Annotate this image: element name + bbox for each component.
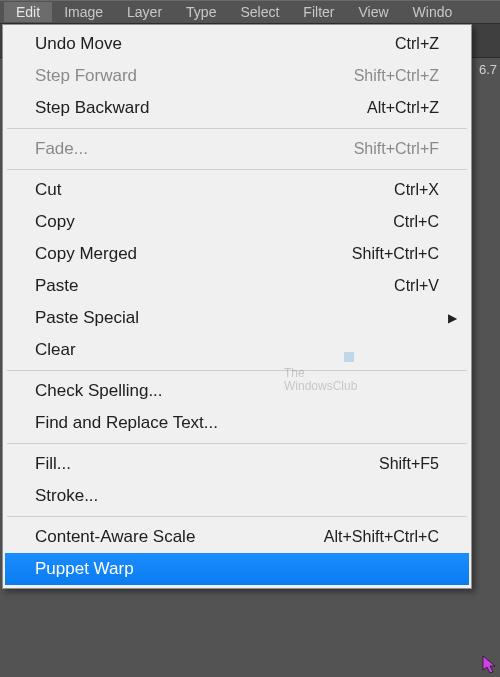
menu-item-shortcut: Shift+Ctrl+F [354,140,439,158]
menu-item-label: Stroke... [35,486,439,506]
menu-item-content-aware-scale[interactable]: Content-Aware ScaleAlt+Shift+Ctrl+C [5,521,469,553]
menu-item-label: Fill... [35,454,379,474]
menu-item-label: Content-Aware Scale [35,527,324,547]
menu-separator [7,169,467,170]
menu-image[interactable]: Image [52,2,115,22]
chevron-right-icon: ▶ [448,311,457,325]
menu-item-shortcut: Ctrl+C [393,213,439,231]
menu-item-undo-move[interactable]: Undo MoveCtrl+Z [5,28,469,60]
cursor-icon [482,655,498,675]
menu-item-label: Clear [35,340,439,360]
menu-item-find-and-replace-text[interactable]: Find and Replace Text... [5,407,469,439]
menu-item-cut[interactable]: CutCtrl+X [5,174,469,206]
menu-separator [7,516,467,517]
menu-item-label: Paste Special [35,308,439,328]
menu-item-label: Undo Move [35,34,395,54]
menu-item-check-spelling[interactable]: Check Spelling... [5,375,469,407]
menu-item-paste-special[interactable]: Paste Special▶ [5,302,469,334]
menu-item-copy[interactable]: CopyCtrl+C [5,206,469,238]
menu-item-shortcut: Shift+Ctrl+Z [354,67,439,85]
menu-windo[interactable]: Windo [401,2,465,22]
menu-filter[interactable]: Filter [291,2,346,22]
menu-item-label: Find and Replace Text... [35,413,439,433]
menu-item-shortcut: Ctrl+X [394,181,439,199]
menu-item-label: Step Forward [35,66,354,86]
menu-layer[interactable]: Layer [115,2,174,22]
menu-item-shortcut: Alt+Ctrl+Z [367,99,439,117]
menu-item-label: Fade... [35,139,354,159]
menu-edit[interactable]: Edit [4,2,52,22]
menu-type[interactable]: Type [174,2,228,22]
menu-separator [7,128,467,129]
menu-item-label: Paste [35,276,394,296]
menu-item-clear[interactable]: Clear [5,334,469,366]
menu-select[interactable]: Select [228,2,291,22]
menu-item-puppet-warp[interactable]: Puppet Warp [5,553,469,585]
menu-item-fade: Fade...Shift+Ctrl+F [5,133,469,165]
menu-separator [7,443,467,444]
menu-item-fill[interactable]: Fill...Shift+F5 [5,448,469,480]
menu-item-label: Cut [35,180,394,200]
menu-item-copy-merged[interactable]: Copy MergedShift+Ctrl+C [5,238,469,270]
menu-item-stroke[interactable]: Stroke... [5,480,469,512]
menu-item-label: Copy [35,212,393,232]
menu-separator [7,370,467,371]
menu-item-shortcut: Alt+Shift+Ctrl+C [324,528,439,546]
menu-item-paste[interactable]: PasteCtrl+V [5,270,469,302]
menu-view[interactable]: View [346,2,400,22]
menu-item-step-forward: Step ForwardShift+Ctrl+Z [5,60,469,92]
menu-item-label: Check Spelling... [35,381,439,401]
menubar: EditImageLayerTypeSelectFilterViewWindo [0,0,500,24]
menu-item-label: Puppet Warp [35,559,439,579]
menu-item-shortcut: Ctrl+Z [395,35,439,53]
menu-item-step-backward[interactable]: Step BackwardAlt+Ctrl+Z [5,92,469,124]
menu-item-shortcut: Shift+Ctrl+C [352,245,439,263]
menu-item-shortcut: Ctrl+V [394,277,439,295]
zoom-readout: 6.7 [476,58,500,80]
menu-item-label: Step Backward [35,98,367,118]
menu-item-label: Copy Merged [35,244,352,264]
edit-menu-dropdown: Undo MoveCtrl+ZStep ForwardShift+Ctrl+ZS… [2,24,472,589]
menu-item-shortcut: Shift+F5 [379,455,439,473]
